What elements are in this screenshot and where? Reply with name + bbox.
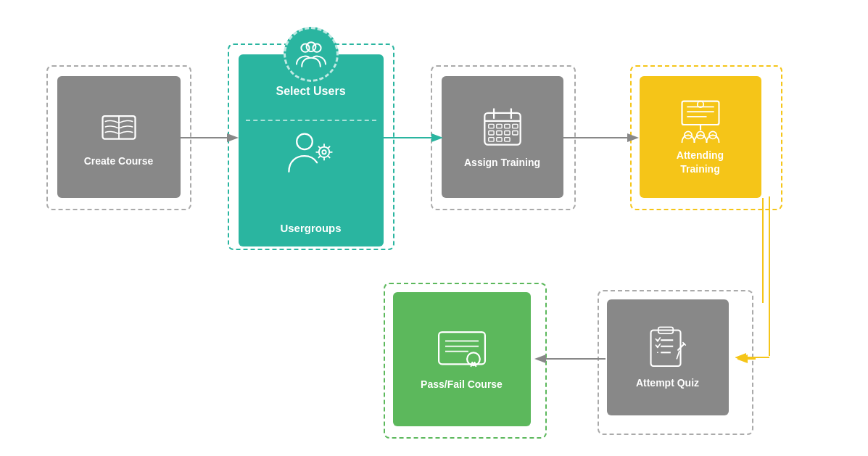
svg-rect-20 xyxy=(496,125,501,128)
svg-point-6 xyxy=(322,150,326,154)
quiz-icon xyxy=(645,324,691,370)
arrow-assign-to-attending xyxy=(563,130,643,145)
assign-training-label: Assign Training xyxy=(464,156,540,169)
svg-point-3 xyxy=(306,42,315,51)
svg-rect-44 xyxy=(650,331,680,366)
svg-line-12 xyxy=(328,156,329,157)
svg-line-11 xyxy=(318,146,320,148)
create-course-label: Create Course xyxy=(84,154,154,167)
svg-rect-22 xyxy=(512,125,517,128)
users-group-icon xyxy=(294,41,328,68)
usergroups-label: Usergroups xyxy=(239,222,384,235)
svg-rect-30 xyxy=(682,101,719,125)
svg-rect-24 xyxy=(496,131,501,135)
assign-training-box: Assign Training xyxy=(442,76,563,198)
svg-line-13 xyxy=(328,146,329,148)
svg-rect-27 xyxy=(496,138,501,141)
svg-line-14 xyxy=(318,156,320,157)
create-course-box: Create Course xyxy=(57,76,181,198)
calendar-icon xyxy=(479,104,526,150)
svg-rect-15 xyxy=(484,113,520,145)
select-users-label: Select Users xyxy=(239,85,384,98)
pass-fail-label: Pass/Fail Course xyxy=(421,378,503,391)
arrow-select-to-assign xyxy=(384,130,449,145)
select-users-box: Select Users Usergrou xyxy=(239,54,384,246)
svg-line-53 xyxy=(677,352,679,359)
book-icon xyxy=(97,105,141,149)
training-icon xyxy=(676,98,725,143)
pass-fail-box: Pass/Fail Course xyxy=(393,292,531,426)
attending-training-box: AttendingTraining xyxy=(640,76,761,198)
arrow-right-vertical xyxy=(762,196,777,360)
usergroups-icon-area xyxy=(285,130,337,181)
svg-rect-28 xyxy=(504,138,509,141)
attempt-quiz-box: Attempt Quiz xyxy=(607,299,729,415)
svg-point-4 xyxy=(297,133,313,149)
arrow-quiz-to-passfail xyxy=(533,352,613,366)
arrow-create-to-select xyxy=(179,130,244,145)
svg-rect-39 xyxy=(439,332,485,364)
svg-rect-21 xyxy=(504,125,509,128)
arrow-yellow-horizontal xyxy=(735,350,772,365)
select-users-circle xyxy=(284,27,339,82)
divider xyxy=(246,120,376,121)
attending-training-label: AttendingTraining xyxy=(677,149,724,175)
attempt-quiz-label: Attempt Quiz xyxy=(636,376,699,389)
workflow-diagram: Create Course Select Users xyxy=(36,18,833,439)
svg-rect-26 xyxy=(488,138,493,141)
certificate-icon xyxy=(436,327,488,372)
svg-rect-23 xyxy=(488,131,493,135)
svg-rect-19 xyxy=(488,125,493,128)
svg-rect-29 xyxy=(512,131,517,135)
svg-rect-25 xyxy=(504,131,509,135)
usergroups-icon xyxy=(285,130,337,178)
